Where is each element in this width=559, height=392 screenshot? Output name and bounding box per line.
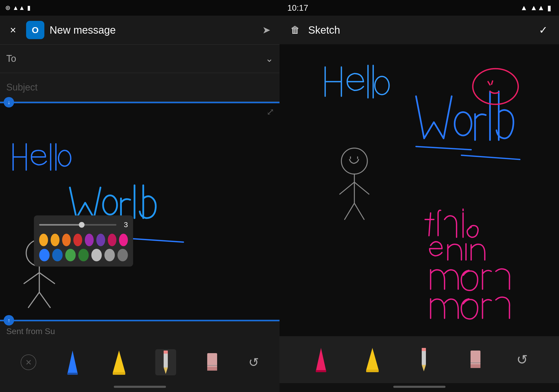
svg-rect-20 (207, 367, 217, 371)
color-swatch-gray-dark[interactable] (117, 249, 128, 261)
svg-rect-19 (207, 353, 217, 369)
color-swatch-red[interactable] (73, 234, 82, 246)
color-swatch-orange[interactable] (62, 234, 71, 246)
highlighter-icon (112, 349, 126, 375)
color-row-1 (39, 234, 128, 246)
svg-rect-43 (422, 348, 426, 351)
svg-rect-15 (113, 372, 125, 375)
highlighter-tool-button[interactable] (109, 349, 129, 375)
color-swatch-hot-pink[interactable] (119, 234, 128, 246)
right-pencil-icon (417, 347, 430, 373)
status-bar-right: 10:17 ▲ ▲▲ ▮ (280, 0, 559, 16)
color-swatch-green-light[interactable] (65, 249, 76, 261)
slider-value: 3 (120, 221, 128, 229)
to-row[interactable]: To ⌄ (0, 44, 280, 73)
right-highlighter-icon (365, 347, 380, 373)
status-icons-left: ⊛ ▲▲ ▮ (5, 4, 31, 11)
undo-button[interactable]: ↺ (248, 355, 259, 370)
color-swatch-bright-blue[interactable] (39, 249, 50, 261)
battery-icon-right: ▮ (547, 4, 551, 12)
color-swatch-blue[interactable] (52, 249, 63, 261)
brush-size-slider[interactable] (39, 224, 116, 226)
color-row-2 (39, 249, 128, 261)
delete-button[interactable]: 🗑 (287, 22, 303, 38)
to-expand-button[interactable]: ⌄ (265, 53, 273, 64)
status-time: 10:17 (287, 3, 308, 13)
color-swatch-purple-red[interactable] (85, 234, 94, 246)
right-eraser-icon (469, 349, 482, 373)
svg-line-10 (28, 292, 39, 308)
svg-line-30 (340, 182, 354, 194)
svg-rect-45 (471, 364, 480, 368)
right-bottom-toolbar: ↺ (280, 336, 559, 383)
pencil-icon (159, 349, 172, 375)
color-swatch-orange-light[interactable] (51, 234, 60, 246)
svg-marker-37 (316, 348, 326, 371)
right-highlighter-tool-button[interactable] (362, 347, 383, 373)
eraser-tool-button[interactable] (202, 349, 223, 375)
svg-rect-44 (471, 351, 480, 366)
svg-point-23 (455, 112, 472, 136)
sketch-canvas-left[interactable]: ⤢ (0, 103, 280, 320)
right-undo-button[interactable]: ↺ (516, 352, 528, 367)
send-button[interactable]: ➤ (259, 22, 274, 38)
svg-marker-17 (164, 367, 168, 374)
done-button[interactable]: ✓ (536, 22, 551, 38)
svg-line-9 (39, 273, 55, 284)
right-panel: 10:17 ▲ ▲▲ ▮ 🗑 Sketch ✓ (280, 0, 559, 392)
sent-from-text: Sent from Su (0, 321, 280, 341)
svg-line-25 (461, 155, 520, 159)
svg-rect-13 (67, 373, 78, 375)
color-swatch-deep-purple[interactable] (96, 234, 105, 246)
color-swatch-gray-light[interactable] (91, 249, 102, 261)
color-swatch-pink-dark[interactable] (108, 234, 117, 246)
left-panel: ⊛ ▲▲ ▮ × O New message ➤ To ⌄ Subject ↓ (0, 0, 280, 392)
brush-size-slider-row: 3 (39, 221, 128, 229)
eraser-icon (206, 352, 219, 375)
color-swatch-green[interactable] (78, 249, 89, 261)
svg-line-32 (345, 203, 354, 219)
color-picker-panel: 3 (34, 215, 133, 267)
battery-icon: ▮ (27, 4, 31, 11)
sketch-embed-area: ↓ ⤢ (0, 102, 280, 321)
status-bar-left: ⊛ ▲▲ ▮ (0, 0, 280, 16)
header-title: New message (50, 24, 253, 36)
sketch-title: Sketch (308, 24, 530, 36)
svg-marker-12 (67, 351, 78, 374)
pen-tool-button[interactable] (62, 349, 83, 375)
home-indicator-right (393, 386, 445, 388)
cancel-button[interactable]: ✕ (21, 354, 36, 370)
svg-point-34 (473, 69, 518, 104)
status-icons-right: ▲ ▲▲ ▮ (520, 4, 551, 12)
subject-label: Subject (6, 82, 38, 93)
to-label: To (6, 53, 265, 64)
signal-icon-right: ▲▲ (530, 4, 545, 12)
sketch-canvas-right[interactable] (280, 44, 559, 336)
subject-row[interactable]: Subject (0, 73, 280, 102)
right-pen-tool-button[interactable] (311, 347, 331, 373)
svg-marker-39 (366, 348, 379, 370)
sketch-drawing-left (0, 103, 280, 320)
right-pencil-tool-button[interactable] (413, 347, 434, 373)
sketch-bottom-bar: ↑ (0, 320, 280, 321)
signal-icon: ▲▲ (13, 4, 25, 11)
svg-line-35 (488, 82, 490, 85)
svg-point-26 (341, 148, 367, 174)
svg-point-0 (58, 150, 71, 166)
svg-line-31 (354, 182, 369, 194)
right-pen-icon (314, 347, 328, 373)
pencil-tool-button[interactable] (155, 349, 176, 375)
color-swatch-gray-med[interactable] (104, 249, 115, 261)
slider-thumb[interactable] (79, 222, 85, 228)
svg-rect-18 (164, 351, 168, 354)
right-eraser-tool-button[interactable] (465, 347, 486, 373)
trash-icon: 🗑 (290, 25, 300, 35)
app-header: × O New message ➤ (0, 16, 280, 44)
sketch-up-indicator[interactable]: ↑ (4, 315, 14, 325)
svg-marker-42 (422, 365, 426, 371)
color-grid (39, 234, 128, 261)
outlook-icon: O (26, 21, 44, 39)
close-button[interactable]: × (5, 22, 21, 38)
color-swatch-amber[interactable] (39, 234, 48, 246)
svg-point-1 (103, 195, 117, 215)
